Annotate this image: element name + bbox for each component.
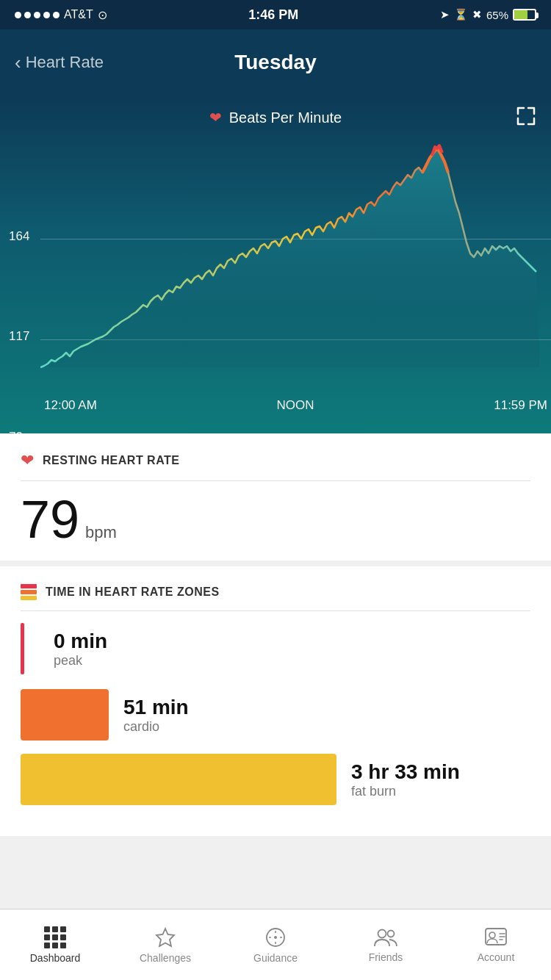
- legend-label: Beats Per Minute: [229, 109, 342, 126]
- resting-number: 79: [21, 493, 79, 546]
- challenges-tab-label: Challenges: [140, 952, 191, 964]
- heart-rate-zones-section: TIME IN HEART RATE ZONES 0 min peak 51 m…: [0, 561, 551, 836]
- cardio-stripe: [21, 590, 37, 594]
- dot1: [15, 12, 21, 18]
- svg-point-4: [388, 930, 395, 937]
- back-chevron-icon: ‹: [15, 53, 21, 72]
- status-left: AT&T ⊙: [15, 8, 107, 22]
- resting-value-display: 79 bpm: [21, 493, 530, 546]
- dot4: [43, 12, 50, 18]
- account-icon: [484, 927, 508, 948]
- location-icon: ➤: [440, 8, 450, 21]
- peak-zone-row: 0 min peak: [21, 623, 530, 674]
- chart-legend: ❤ Beats Per Minute: [0, 109, 551, 126]
- resting-unit: bpm: [85, 523, 117, 542]
- alarm-icon: ⏳: [454, 8, 468, 21]
- bluetooth-icon: ✖: [472, 8, 482, 21]
- zones-section-title: TIME IN HEART RATE ZONES: [46, 586, 220, 599]
- compass-icon: [264, 926, 287, 948]
- back-button[interactable]: ‹ Heart Rate: [15, 53, 104, 72]
- dashboard-tab-label: Dashboard: [30, 952, 81, 964]
- status-right: ➤ ⏳ ✖ 65%: [440, 8, 536, 21]
- account-tab-label: Account: [478, 951, 515, 963]
- cardio-bar-container: 51 min cardio: [21, 689, 530, 741]
- fatburn-zone-info: 3 hr 33 min fat burn: [351, 760, 460, 799]
- svg-point-6: [489, 932, 495, 938]
- signal-dots: [15, 12, 60, 18]
- peak-label: peak: [54, 653, 107, 669]
- star-icon: [154, 926, 176, 948]
- peak-bar: [21, 623, 24, 674]
- content-area: ❤ RESTING HEART RATE 79 bpm TIME IN HEAR…: [0, 433, 551, 836]
- cardio-label: cardio: [123, 719, 189, 735]
- tab-dashboard[interactable]: Dashboard: [0, 909, 110, 980]
- cardio-zone-info: 51 min cardio: [123, 696, 189, 735]
- wifi-icon: ⊙: [98, 8, 107, 22]
- fatburn-stripe: [21, 596, 37, 600]
- fatburn-time: 3 hr 33 min: [351, 760, 460, 784]
- fatburn-label: fat burn: [351, 784, 460, 799]
- page-title: Tuesday: [234, 51, 317, 74]
- y-label-117: 117: [9, 329, 29, 344]
- tab-challenges[interactable]: Challenges: [110, 909, 220, 980]
- expand-button[interactable]: [516, 106, 536, 131]
- chart-svg: [40, 140, 551, 415]
- peak-zone-info: 0 min peak: [54, 630, 107, 669]
- resting-section-title: RESTING HEART RATE: [43, 454, 179, 467]
- dot3: [34, 12, 40, 18]
- carrier-label: AT&T: [64, 8, 93, 21]
- dot2: [24, 12, 31, 18]
- guidance-tab-label: Guidance: [253, 952, 298, 964]
- tab-guidance[interactable]: Guidance: [220, 909, 331, 980]
- cardio-zone-row: 51 min cardio: [21, 689, 530, 741]
- peak-stripe: [21, 584, 37, 588]
- resting-section-header: ❤ RESTING HEART RATE: [21, 451, 530, 481]
- header: ‹ Heart Rate Tuesday: [0, 29, 551, 96]
- y-label-164: 164: [9, 229, 29, 244]
- y-label-70: 70: [9, 430, 23, 433]
- friends-tab-label: Friends: [369, 951, 403, 963]
- cardio-bar: [21, 689, 109, 741]
- svg-marker-0: [156, 929, 174, 946]
- heart-rate-chart: ❤ Beats Per Minute 164 117 70 12:00 AM N…: [0, 96, 551, 433]
- fatburn-bar: [21, 754, 336, 805]
- resting-heart-rate-section: ❤ RESTING HEART RATE 79 bpm: [0, 433, 551, 561]
- zones-section-header: TIME IN HEART RATE ZONES: [21, 584, 530, 611]
- svg-point-3: [378, 929, 386, 937]
- dashboard-icon: [44, 926, 66, 948]
- back-label: Heart Rate: [26, 53, 104, 72]
- battery-label: 65%: [486, 9, 508, 21]
- friends-icon: [373, 927, 398, 948]
- battery-icon: [513, 9, 536, 21]
- cardio-time: 51 min: [123, 696, 189, 719]
- tab-account[interactable]: Account: [441, 909, 551, 980]
- status-bar: AT&T ⊙ 1:46 PM ➤ ⏳ ✖ 65%: [0, 0, 551, 29]
- svg-point-2: [274, 936, 277, 939]
- fatburn-bar-container: 3 hr 33 min fat burn: [21, 754, 530, 805]
- resting-heart-icon: ❤: [21, 451, 34, 470]
- tab-bar: Dashboard Challenges Guidance Friends: [0, 909, 551, 980]
- zones-icon: [21, 584, 37, 600]
- tab-friends[interactable]: Friends: [331, 909, 441, 980]
- fatburn-zone-row: 3 hr 33 min fat burn: [21, 754, 530, 805]
- time-display: 1:46 PM: [248, 7, 298, 23]
- heart-icon: ❤: [209, 109, 222, 126]
- peak-time: 0 min: [54, 630, 107, 653]
- dot5: [53, 12, 60, 18]
